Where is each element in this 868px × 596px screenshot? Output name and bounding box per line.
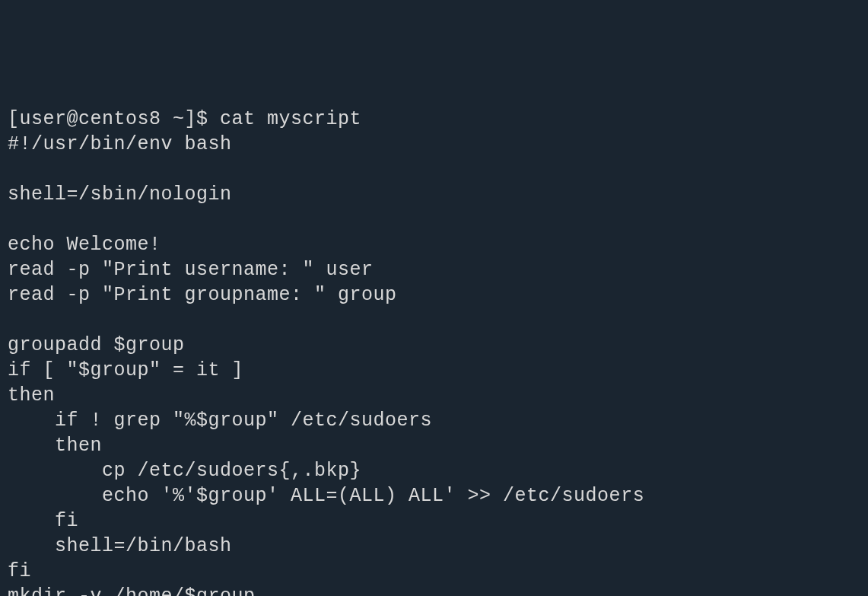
- output-line: #!/usr/bin/env bash: [8, 133, 232, 155]
- output-line: then: [8, 384, 55, 406]
- output-line: if [ "$group" = it ]: [8, 359, 243, 381]
- command-text: cat myscript: [220, 108, 361, 130]
- output-line: mkdir -v /home/$group: [8, 585, 256, 596]
- output-line: shell=/bin/bash: [8, 535, 232, 557]
- prompt-line-1: [user@centos8 ~]$ cat myscript: [8, 108, 361, 130]
- output-line: groupadd $group: [8, 334, 185, 356]
- output-line: if ! grep "%$group" /etc/sudoers: [8, 410, 432, 432]
- terminal-window[interactable]: [user@centos8 ~]$ cat myscript #!/usr/bi…: [8, 107, 860, 596]
- output-line: then: [8, 435, 102, 457]
- output-line: fi: [8, 510, 78, 532]
- output-line: read -p "Print groupname: " group: [8, 284, 397, 306]
- shell-prompt: [user@centos8 ~]$: [8, 108, 220, 130]
- output-line: read -p "Print username: " user: [8, 259, 374, 281]
- output-line: shell=/sbin/nologin: [8, 183, 232, 206]
- output-line: cp /etc/sudoers{,.bkp}: [8, 460, 361, 482]
- output-line: echo Welcome!: [8, 234, 161, 256]
- output-line: fi: [8, 560, 31, 582]
- output-line: echo '%'$group' ALL=(ALL) ALL' >> /etc/s…: [8, 485, 644, 507]
